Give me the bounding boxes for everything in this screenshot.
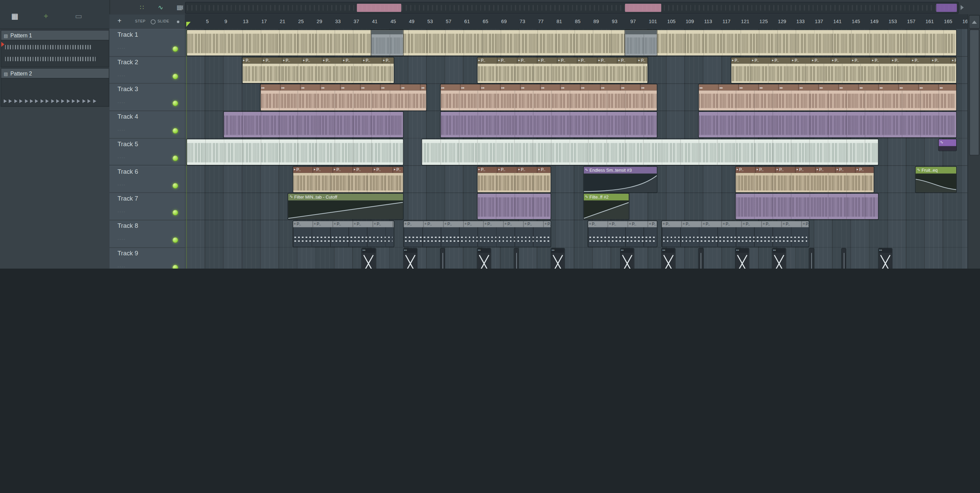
hit-clip[interactable] xyxy=(698,247,703,269)
playhead-marker-icon[interactable] xyxy=(186,22,191,27)
track-header[interactable]: Track 3.... xyxy=(109,83,185,111)
clip-type-icon: ▸ xyxy=(538,168,540,171)
hit-clip[interactable] xyxy=(440,247,445,269)
pattern-2-preview[interactable] xyxy=(1,78,110,107)
step-toggle[interactable] xyxy=(151,19,156,24)
hit-clip[interactable]: ▸▸ xyxy=(735,247,749,269)
hit-clip[interactable]: ▸▸ xyxy=(477,247,491,269)
hit-clip[interactable]: ▸▸ xyxy=(550,247,565,269)
pattern-1-preview[interactable] xyxy=(1,40,110,68)
clip-type-icon: ▸▸ xyxy=(321,86,325,89)
track-mute-led[interactable] xyxy=(172,265,178,269)
note-arrow-icon xyxy=(14,99,18,103)
pattern-clip[interactable]: ≡P..≡P..≡P..≡P.. xyxy=(588,220,657,247)
automation-clip[interactable]: ∿Endless Sm..tensit #3 xyxy=(583,166,657,193)
pattern-clip[interactable]: ≡P..≡P..≡P..≡P..≡P..≡P..≡P..≡P.. xyxy=(661,220,810,247)
playlist-grid[interactable]: ▸P..▸P..▸P..▸P..▸P..▸P..▸P..▸P..▸P..▸P..… xyxy=(185,29,968,269)
timeline-tick: 121 xyxy=(741,19,749,24)
scroll-right-arrow-icon[interactable] xyxy=(961,5,964,10)
clip-type-icon: ▸▸ xyxy=(880,86,883,89)
pattern-clip[interactable]: ▸▸▸▸▸▸▸▸▸▸▸▸▸▸▸▸▸▸ xyxy=(260,84,427,111)
track-name: Track 9 xyxy=(118,250,138,256)
track-mute-led[interactable] xyxy=(172,155,178,161)
hit-clip[interactable]: ▸▸ xyxy=(361,247,375,269)
track-header[interactable]: Track 6.... xyxy=(109,165,185,193)
mini-automation-clip[interactable]: ∿ xyxy=(938,138,957,151)
vertical-scrollbar[interactable] xyxy=(967,14,980,269)
audio-clip[interactable] xyxy=(186,29,957,56)
hit-clip[interactable] xyxy=(841,247,846,269)
move-tool-icon[interactable]: + xyxy=(44,13,48,20)
track-header[interactable]: Track 2.... xyxy=(109,56,185,84)
clip-label: ▸P.. xyxy=(557,57,577,63)
scroll-left-arrow-icon[interactable] xyxy=(180,5,183,10)
automation-clip[interactable]: ∿Filte..ff #2 xyxy=(583,193,630,220)
audio-clip[interactable] xyxy=(186,138,404,165)
audio-clip[interactable] xyxy=(624,29,657,56)
scroll-up-button[interactable] xyxy=(969,15,980,29)
hit-clip[interactable]: ▸▸ xyxy=(403,247,417,269)
track-header[interactable]: Track 9.... xyxy=(109,247,185,269)
automation-clip[interactable]: ∿Fruit..eq xyxy=(915,166,957,193)
track-mute-led[interactable] xyxy=(172,73,178,79)
track-mute-led[interactable] xyxy=(172,210,178,216)
pattern-clip[interactable]: ▸P..▸P..▸P..▸P..▸P..▸P.. xyxy=(292,166,404,193)
pattern-clip[interactable]: ▸P..▸P..▸P..▸P..▸P..▸P..▸P..▸P..▸P.. xyxy=(242,57,395,84)
hit-clip[interactable]: ▸▸ xyxy=(661,247,675,269)
hit-clip[interactable] xyxy=(809,247,814,269)
pattern-clip[interactable]: ▸▸▸▸▸▸▸▸▸▸▸▸▸▸▸▸▸▸▸▸▸▸▸▸ xyxy=(440,84,657,111)
pattern-picker-panel: ▦ + ▭ ▤ Pattern 1 ▤ Pattern 2 + xyxy=(0,0,110,269)
pattern-clip[interactable]: ▸P..▸P..▸P..▸P..▸P..▸P..▸P..▸P.. xyxy=(735,166,874,193)
track-mute-led[interactable] xyxy=(172,46,178,52)
track-header[interactable]: Track 8.... xyxy=(109,220,185,247)
track-dots: .... xyxy=(118,44,126,50)
pattern-clip[interactable]: ▸P..▸P..▸P..▸P..▸P..▸P..▸P..▸P..▸P..▸P.. xyxy=(477,57,648,84)
audio-clip[interactable] xyxy=(422,138,879,165)
hit-clip[interactable]: ▸▸ xyxy=(620,247,634,269)
audio-clip[interactable] xyxy=(371,29,404,56)
clip-type-icon: ▸▸ xyxy=(740,86,743,89)
pattern-clip[interactable]: ≡P..≡P..≡P..≡P..≡P..≡P..≡P..≡P.. xyxy=(403,220,551,247)
piano-roll-icon[interactable]: ▦ xyxy=(11,13,18,20)
hit-clip[interactable] xyxy=(514,247,519,269)
track-mute-led[interactable] xyxy=(172,237,178,243)
audio-clip[interactable] xyxy=(477,193,551,220)
track-header[interactable]: Track 4.... xyxy=(109,111,185,138)
pattern-clip[interactable]: ▸P..▸P..▸P..▸P..▸P..▸P..▸P..▸P..▸P..▸P..… xyxy=(730,57,957,84)
clip-label: ▸P.. xyxy=(637,57,648,63)
timeline-ruler[interactable]: 5913172125293337414549535761656973778185… xyxy=(185,14,968,29)
hit-clip[interactable]: ▸▸ xyxy=(878,247,892,269)
clip-label: ▸P.. xyxy=(951,57,956,63)
track-header[interactable]: Track 5.... xyxy=(109,138,185,166)
timeline-tick: 65 xyxy=(483,19,488,24)
audio-clip[interactable] xyxy=(223,111,404,138)
clip-label: ▸▸ xyxy=(918,85,939,91)
track-name: Track 4 xyxy=(118,113,138,120)
slide-tool-icon[interactable]: ▭ xyxy=(75,13,82,20)
audio-clip[interactable] xyxy=(440,111,657,138)
scrollbar-thumb[interactable] xyxy=(969,29,979,155)
track-header[interactable]: Track 1.... xyxy=(109,29,185,56)
hit-clip[interactable]: ▸▸ xyxy=(772,247,786,269)
pattern-clip[interactable]: ▸P..▸P..▸P..▸P.. xyxy=(477,166,551,193)
snap-icon[interactable]: ∷ xyxy=(137,2,147,12)
track-mute-led[interactable] xyxy=(172,101,178,106)
add-button[interactable]: + xyxy=(118,17,121,24)
audio-clip[interactable] xyxy=(698,111,957,138)
track-mute-led[interactable] xyxy=(172,182,178,189)
track-header[interactable]: Track 7.... xyxy=(109,192,185,220)
pattern-clip[interactable]: ▸▸▸▸▸▸▸▸▸▸▸▸▸▸▸▸▸▸▸▸▸▸▸▸▸▸▸▸ xyxy=(698,84,957,111)
clip-type-icon: ▸ xyxy=(832,59,834,62)
track-dots: .... xyxy=(118,208,126,214)
track-mute-led[interactable] xyxy=(172,128,178,134)
pattern-item-1[interactable]: ▤ Pattern 1 xyxy=(1,30,110,41)
pattern-clip[interactable]: ≡P..≡P..≡P..≡P..≡P..≡P.. xyxy=(292,220,395,247)
playlist-overview-scrollbar[interactable] xyxy=(185,2,959,14)
clip-type-icon: ▸▸ xyxy=(501,86,504,89)
clip-label: ≡P.. xyxy=(543,221,550,227)
automation-clip[interactable]: ∿Filter MIN..tab - Cutoff xyxy=(288,193,404,220)
slide-toggle[interactable] xyxy=(177,21,179,23)
spline-icon[interactable]: ∿ xyxy=(156,2,165,12)
pattern-item-2[interactable]: ▤ Pattern 2 xyxy=(1,68,110,79)
audio-clip[interactable] xyxy=(735,193,878,220)
